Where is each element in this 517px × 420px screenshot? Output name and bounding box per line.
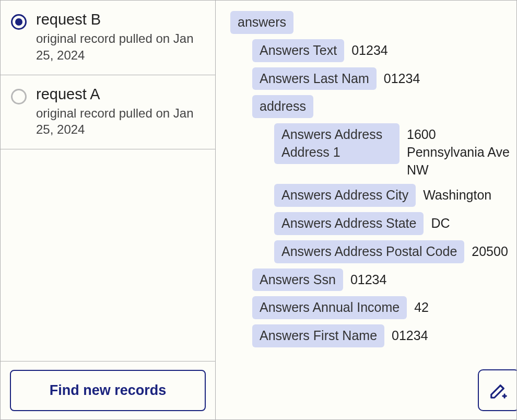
request-subtitle: original record pulled on Jan 25, 2024 xyxy=(36,30,205,63)
radio-unselected-icon[interactable] xyxy=(11,89,27,104)
value-first-name: 01234 xyxy=(392,324,428,345)
request-text: request B original record pulled on Jan … xyxy=(36,11,205,63)
row-city: Answers Address City Washington xyxy=(274,184,516,207)
radio-selected-icon[interactable] xyxy=(11,14,27,30)
row-answers-last-nam: Answers Last Nam 01234 xyxy=(252,67,516,90)
sidebar-spacer xyxy=(1,149,215,361)
node-address: address Answers Address Address 1 1600 P… xyxy=(252,95,516,263)
value-answers-text: 01234 xyxy=(351,39,388,60)
value-answers-last-nam: 01234 xyxy=(384,67,420,88)
request-title: request A xyxy=(36,86,205,103)
value-postal: 20500 xyxy=(472,240,508,261)
value-address1: 1600 Pennsylvania Ave NW xyxy=(407,123,511,179)
tag-state[interactable]: Answers Address State xyxy=(274,212,424,235)
tag-answers-text[interactable]: Answers Text xyxy=(252,39,344,62)
pencil-plus-icon xyxy=(489,380,509,400)
tag-postal[interactable]: Answers Address Postal Code xyxy=(274,240,464,263)
tree-root: answers Answers Text 01234 Answers Last … xyxy=(230,11,516,347)
request-item-a[interactable]: request A original record pulled on Jan … xyxy=(1,75,215,150)
tag-ssn[interactable]: Answers Ssn xyxy=(252,269,343,291)
row-address1: Answers Address Address 1 1600 Pennsylva… xyxy=(274,123,516,179)
request-text: request A original record pulled on Jan … xyxy=(36,86,205,138)
app-container: request B original record pulled on Jan … xyxy=(0,0,517,420)
tag-income[interactable]: Answers Annual Income xyxy=(252,296,407,319)
row-income: Answers Annual Income 42 xyxy=(252,296,516,319)
row-postal: Answers Address Postal Code 20500 xyxy=(274,240,516,263)
request-subtitle: original record pulled on Jan 25, 2024 xyxy=(36,105,205,137)
sidebar: request B original record pulled on Jan … xyxy=(1,1,216,419)
row-first-name: Answers First Name 01234 xyxy=(252,324,516,347)
value-state: DC xyxy=(431,212,450,232)
row-ssn: Answers Ssn 01234 xyxy=(252,269,516,291)
tag-address1[interactable]: Answers Address Address 1 xyxy=(274,123,400,164)
tag-answers[interactable]: answers xyxy=(230,11,293,34)
main-panel: answers Answers Text 01234 Answers Last … xyxy=(216,1,516,419)
request-title: request B xyxy=(36,11,205,28)
edit-button[interactable] xyxy=(478,369,516,411)
row-answers-text: Answers Text 01234 xyxy=(252,39,516,62)
sidebar-footer: Find new records xyxy=(1,361,215,419)
tag-answers-last-nam[interactable]: Answers Last Nam xyxy=(252,67,377,90)
row-state: Answers Address State DC xyxy=(274,212,516,235)
find-new-records-button[interactable]: Find new records xyxy=(10,370,206,411)
tag-city[interactable]: Answers Address City xyxy=(274,184,416,207)
tag-first-name[interactable]: Answers First Name xyxy=(252,324,384,347)
value-income: 42 xyxy=(414,296,429,317)
address-children: Answers Address Address 1 1600 Pennsylva… xyxy=(274,123,516,263)
request-item-b[interactable]: request B original record pulled on Jan … xyxy=(1,1,215,75)
tree-children: Answers Text 01234 Answers Last Nam 0123… xyxy=(252,39,516,347)
value-ssn: 01234 xyxy=(350,269,387,289)
tag-address[interactable]: address xyxy=(252,95,313,118)
value-city: Washington xyxy=(423,184,491,204)
